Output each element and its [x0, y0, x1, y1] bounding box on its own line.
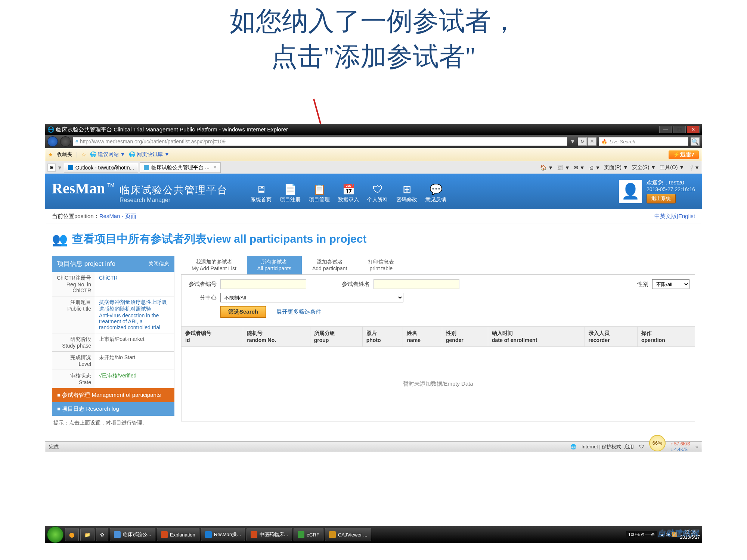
info-value: 未开始/No Start	[95, 352, 174, 370]
feeds-icon[interactable]: 📰 ▼	[557, 165, 570, 171]
breadcrumb-home-link[interactable]: ResMan	[99, 213, 120, 219]
table-header: 参试者编号id	[182, 327, 243, 346]
app-header: ResManTM 临床试验公共管理平台 Research Manager 🖥系统…	[45, 174, 702, 209]
sidebar: 项目信息 project info 关闭信息 ChiCTR注册号Reg No. …	[52, 256, 174, 430]
people-icon: 👥	[52, 232, 68, 247]
tab-strip: 我添加的参试者My Add Patient List所有参试者All parti…	[181, 256, 695, 275]
table-header: 所属分组group	[310, 327, 362, 346]
content-tab-2[interactable]: 添加参试者Add participant	[302, 256, 357, 274]
nav-item-6[interactable]: 💬意见反馈	[421, 180, 450, 203]
taskbar-item-4[interactable]: eCRF	[294, 528, 323, 541]
maximize-button[interactable]: ☐	[673, 126, 686, 133]
forward-button[interactable]	[60, 136, 71, 147]
tab-outlook[interactable]: Outlook - txwutx@hotm...	[64, 163, 138, 172]
suggested-sites-link[interactable]: 🌐 建议网站 ▼	[90, 151, 125, 158]
tab-close-icon[interactable]: ✕	[213, 165, 217, 170]
more-filters-link[interactable]: 展开更多筛选条件	[276, 308, 321, 315]
window-titlebar: 🌐 临床试验公共管理平台 Clinical Trial Management P…	[45, 124, 702, 135]
nav-item-2[interactable]: 📋项目管理	[305, 180, 334, 203]
page-menu[interactable]: 页面(P) ▼	[604, 164, 628, 171]
taskbar-item-5[interactable]: CAJViewer ...	[325, 528, 372, 541]
window-title: 临床试验公共管理平台 Clinical Trial Management Pub…	[55, 126, 659, 133]
search-go-button[interactable]: 🔍	[691, 137, 700, 146]
filter-name-label: 参试者姓名	[340, 281, 370, 288]
refresh-button[interactable]: ↻	[578, 137, 587, 146]
sidebar-item-research-log[interactable]: ■ 项目日志 Research log	[52, 402, 174, 416]
sidebar-close-link[interactable]: 关闭信息	[148, 261, 169, 267]
sidebar-item-participants[interactable]: ■ 参试者管理 Management of participants	[52, 388, 174, 402]
logo: ResManTM 临床试验公共管理平台 Research Manager	[52, 180, 228, 203]
mail-icon[interactable]: ✉ ▼	[574, 165, 585, 171]
tray-zoom[interactable]: 100% ⊖──⊕	[626, 531, 657, 538]
close-button[interactable]: ✕	[687, 126, 700, 133]
taskbar-quick-3[interactable]: ✿	[96, 528, 108, 541]
filter-id-input[interactable]	[220, 279, 306, 289]
info-label: 注册题目Public title	[52, 296, 95, 333]
datetime-text: 2013-05-27 22:16:16	[647, 186, 695, 192]
favorites-icon[interactable]: ★	[48, 152, 53, 158]
filter-gender-label: 性别	[619, 281, 648, 288]
stop-button[interactable]: ✕	[588, 137, 596, 146]
start-button[interactable]	[47, 526, 63, 543]
nav-item-0[interactable]: 🖥系统首页	[247, 180, 276, 203]
content-tab-3[interactable]: 打印信息表print table	[357, 256, 405, 274]
language-link[interactable]: 中英文版|Englist	[654, 213, 695, 220]
tools-menu[interactable]: 工具(O) ▼	[660, 164, 684, 171]
info-value: 上市后/Post-market	[95, 333, 174, 352]
taskbar-item-1[interactable]: Explanation	[157, 528, 199, 541]
filter-center-label: 分中心	[187, 294, 217, 301]
back-button[interactable]	[47, 136, 58, 147]
network-stats: ↑ 57.6K/S ↓ 4.4K/S	[671, 441, 690, 452]
protected-mode-icon: 🛡	[639, 444, 644, 449]
quick-tabs-button[interactable]: ⊞	[47, 164, 56, 172]
taskbar-item-3[interactable]: 中医药临床...	[247, 528, 292, 541]
filter-name-input[interactable]	[374, 279, 459, 289]
print-icon[interactable]: 🖨 ▼	[589, 165, 601, 171]
info-label: 研究阶段Study phase	[52, 333, 95, 352]
nav-item-1[interactable]: 📄项目注册	[276, 180, 305, 203]
watermark: 自助建站网	[657, 528, 698, 539]
taskbar-quick-1[interactable]: ⬤	[65, 528, 79, 541]
content-tab-0[interactable]: 我添加的参试者My Add Patient List	[181, 256, 247, 274]
help-icon[interactable]: ❔▼	[688, 165, 700, 171]
taskbar-item-2[interactable]: ResMan操...	[201, 528, 245, 541]
status-chevron-icon[interactable]: »	[695, 444, 698, 449]
nav-item-3[interactable]: 📅数据录入	[334, 180, 363, 203]
info-value: √已审核/Verified	[95, 370, 174, 388]
table-header: 纳入时间date of enrollment	[488, 327, 585, 346]
tab-resman[interactable]: 临床试验公共管理平台 ...✕	[140, 162, 221, 173]
table-header: 性别gender	[442, 327, 488, 346]
main-column: 我添加的参试者My Add Patient List所有参试者All parti…	[181, 256, 695, 421]
table-header: 照片photo	[362, 327, 403, 346]
nav-item-5[interactable]: ⊞密码修改	[392, 180, 421, 203]
info-value: 抗病毒冲剂量治疗急性上呼吸道感染的随机对照试验Anti-virus decoct…	[95, 296, 174, 333]
project-info-table: ChiCTR注册号Reg No. in ChiCTRChiCTR注册题目Publ…	[52, 272, 174, 388]
status-zone: Internet | 保护模式: 启用	[582, 444, 634, 450]
zoom-badge[interactable]: 66%	[649, 435, 666, 451]
nav-item-4[interactable]: 🛡个人资料	[363, 180, 392, 203]
logout-button[interactable]: 退出系统	[647, 194, 676, 203]
filter-center-select[interactable]: 不限制/All	[220, 293, 403, 302]
home-icon[interactable]: 🏠 ▼	[540, 165, 553, 171]
filter-gender-select[interactable]: 不限/all	[652, 279, 689, 289]
info-value: ChiCTR	[95, 272, 174, 296]
minimize-button[interactable]: —	[659, 126, 672, 133]
taskbar-item-0[interactable]: 临床试验公...	[110, 528, 155, 541]
thunder-badge[interactable]: ⚡迅雷7	[669, 150, 699, 159]
add-favorite-icon[interactable]: ☆	[81, 152, 86, 158]
web-slice-link[interactable]: 🌐 网页快讯库 ▼	[129, 151, 170, 158]
info-label: 完成情况Level	[52, 352, 95, 370]
table-header: 录入人员recorder	[585, 327, 637, 346]
table-header: 随机号random No.	[243, 327, 310, 346]
empty-data-text: 暂时未添加数据/Empty Data	[182, 346, 695, 421]
safety-menu[interactable]: 安全(S) ▼	[632, 164, 656, 171]
taskbar-quick-2[interactable]: 📁	[80, 528, 94, 541]
welcome-text: 欢迎您，test20	[647, 179, 695, 186]
avatar: 👤	[619, 180, 642, 203]
tab-bar: ⊞▼ Outlook - txwutx@hotm... 临床试验公共管理平台 .…	[45, 161, 702, 174]
search-button[interactable]: 筛选Search	[220, 306, 266, 318]
status-bar: 完成 🌐 Internet | 保护模式: 启用 🛡 66% ↑ 57.6K/S…	[45, 441, 702, 452]
search-box[interactable]: 🔥Live Search	[599, 137, 688, 146]
url-input[interactable]: ehttp://www.medresman.org/uc/patient/pat…	[73, 137, 567, 146]
content-tab-1[interactable]: 所有参试者All participants	[247, 256, 302, 274]
